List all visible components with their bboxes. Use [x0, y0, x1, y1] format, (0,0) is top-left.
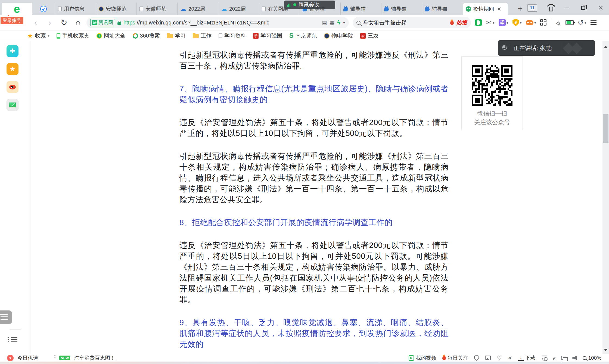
- reload-icon[interactable]: ↻: [58, 18, 70, 27]
- plugin-box-button[interactable]: [542, 356, 547, 360]
- translate-button[interactable]: 译▾: [499, 19, 508, 26]
- bookmark-item[interactable]: 学习资料: [219, 32, 246, 39]
- article-heading[interactable]: 7、隐瞒病情、瞒报行程信息(尤其是重点地区旅居史)、隐瞒与确诊病例或者疑似病例有…: [179, 83, 449, 105]
- favorites-star-app-icon[interactable]: ★: [7, 63, 18, 75]
- qr-share-icon[interactable]: ▦: [330, 20, 334, 26]
- search-query[interactable]: 乌女狙击手被击毙: [363, 19, 448, 26]
- ie-button[interactable]: e: [553, 355, 556, 361]
- chevron-down-icon[interactable]: ▾: [48, 34, 49, 38]
- promo-link[interactable]: 汽车消费百态图！: [74, 354, 115, 362]
- back-icon[interactable]: ‹: [29, 18, 42, 27]
- hot-search-label[interactable]: 热搜: [456, 19, 467, 26]
- minimize-button[interactable]: [562, 4, 571, 11]
- tab[interactable]: 安徽师范: [96, 3, 137, 15]
- status-item-label: 100%: [588, 355, 601, 361]
- url-text[interactable]: https://mp.weixin.qq.com/s?__biz=MzI3NjE…: [123, 20, 319, 26]
- speed-bolt-icon[interactable]: ϟ: [337, 19, 340, 26]
- article-paragraph: 违反《治安管理处罚法》第五十条，将处以警告或者200元以下罚款；情节严重的，将处…: [179, 117, 449, 139]
- bookmark-item[interactable]: ★收藏▾: [27, 32, 49, 39]
- battery-saver-icon[interactable]: [566, 20, 574, 25]
- restore-icon: [581, 6, 585, 10]
- tab-title: 辅导猫: [432, 5, 447, 13]
- tab[interactable]: 安徽师范: [137, 3, 178, 15]
- menu-icon[interactable]: [591, 20, 596, 25]
- bookmark-item[interactable]: 工作: [193, 32, 212, 39]
- reading-list-toggle-icon[interactable]: [8, 337, 17, 344]
- tab[interactable]: 辅导猫: [381, 3, 422, 15]
- tab-close-icon[interactable]: [496, 6, 502, 12]
- tab-title: 辅导猫: [350, 5, 366, 13]
- scroll-down-icon[interactable]: [604, 349, 608, 351]
- scroll-up-icon[interactable]: [604, 46, 608, 48]
- bookmark-item[interactable]: S南京师范: [289, 32, 317, 39]
- secure-lock-icon: [117, 21, 121, 25]
- chevron-down-icon[interactable]: ▾: [343, 20, 345, 25]
- game-button[interactable]: ▾: [526, 20, 536, 25]
- bookmark-item[interactable]: 学习: [167, 32, 186, 39]
- bookmark-item[interactable]: 360搜索: [133, 32, 160, 39]
- reader-mode-icon[interactable]: ▤: [322, 20, 327, 26]
- weibo-eye-icon: [9, 85, 16, 89]
- tab[interactable]: 用户信息: [55, 3, 96, 15]
- rebate-button[interactable]: ¥▾: [512, 19, 522, 26]
- tab[interactable]: ☁2022届: [218, 3, 259, 15]
- chevron-down-icon[interactable]: ▾: [493, 20, 495, 25]
- magnifier-button[interactable]: 100%: [583, 355, 601, 361]
- undo-button[interactable]: ↺▾: [578, 19, 586, 26]
- bookmark-item[interactable]: +网址大全: [97, 32, 126, 39]
- login-account-badge[interactable]: 登录账号: [1, 17, 23, 24]
- restore-button[interactable]: [579, 4, 588, 11]
- health-app-icon[interactable]: ✚: [7, 45, 18, 57]
- tab-count-badge[interactable]: 11: [527, 4, 537, 12]
- mail-app-icon[interactable]: [7, 99, 18, 111]
- bookmark-item[interactable]: 学学习强国: [253, 32, 282, 39]
- brightness-icon[interactable]: ☼: [555, 19, 561, 26]
- tab[interactable]: 辅导猫: [341, 3, 381, 15]
- close-button[interactable]: [596, 4, 605, 11]
- home-icon[interactable]: ⌂: [72, 18, 84, 27]
- forward-icon[interactable]: ›: [44, 18, 56, 27]
- screenshot-button[interactable]: ✂▾: [486, 19, 495, 26]
- split-window-button[interactable]: [561, 356, 566, 360]
- search-box[interactable]: 乌女狙击手被击毙 热搜: [353, 17, 471, 28]
- new-tab-button[interactable]: +: [515, 4, 525, 14]
- scrollbar-thumb[interactable]: [603, 114, 608, 143]
- chevron-down-icon[interactable]: ▾: [534, 20, 536, 25]
- weibo-app-icon[interactable]: [7, 81, 18, 93]
- speaker-button[interactable]: [572, 356, 577, 360]
- site-cert-chip[interactable]: 证 腾讯网: [90, 19, 115, 26]
- apps-grid-icon[interactable]: [540, 19, 547, 26]
- tencent-meeting-pill[interactable]: 腾讯会议: [284, 1, 335, 9]
- address-bar[interactable]: 证 腾讯网 https://mp.weixin.qq.com/s?__biz=M…: [86, 17, 349, 28]
- feed-settings-icon[interactable]: [0, 310, 12, 324]
- chevron-down-icon[interactable]: ▾: [507, 20, 508, 25]
- daily-flame-button[interactable]: 每日关注: [442, 354, 468, 362]
- double-chevron-down-icon[interactable]: ˇˇ: [54, 356, 55, 360]
- shield-button[interactable]: [474, 355, 479, 361]
- bookmark-item[interactable]: 手机收藏夹: [57, 32, 89, 39]
- page-scrollbar[interactable]: [602, 41, 609, 354]
- tab[interactable]: 辅导猫: [422, 3, 463, 15]
- play-icon: ▶: [409, 355, 414, 361]
- browser-logo-area[interactable]: e: [2, 3, 32, 15]
- tabs-row: 用户信息安徽师范安徽师范☁2022届☁2022届有关网络辅导猫辅导猫辅导猫辅导猫…: [32, 3, 513, 15]
- chevron-down-icon[interactable]: ▾: [520, 20, 522, 25]
- rocket-button[interactable]: ✈: [508, 355, 512, 360]
- heart-pulse-button[interactable]: ♡: [497, 355, 502, 361]
- bookmark-item[interactable]: 农三农: [360, 32, 378, 39]
- reading-list-icon[interactable]: [475, 19, 482, 26]
- download-button[interactable]: ↓下载: [518, 354, 536, 362]
- bookmark-item[interactable]: 物电学院: [324, 32, 353, 39]
- tab[interactable]: [32, 3, 55, 15]
- today-picks-label[interactable]: 今日优选: [17, 354, 38, 362]
- tab-active[interactable]: 疫情期间: [463, 3, 508, 15]
- photo-button[interactable]: [485, 356, 491, 360]
- tab[interactable]: ☁2022届: [178, 3, 218, 15]
- chevron-down-icon[interactable]: ▾: [585, 20, 586, 25]
- play-video-button[interactable]: ▶我的视频: [409, 354, 436, 362]
- heart-icon[interactable]: ♥: [7, 355, 14, 361]
- article-heading[interactable]: 8、拒绝配合疾控和公安部门开展的疫情流行病学调查工作的: [179, 217, 449, 228]
- article-heading[interactable]: 9、具有发热、干咳、乏力、嗅觉味觉减退、鼻塞、流涕、咽痛、结膜炎、肌痛和腹泻等症…: [179, 317, 449, 350]
- red-square-icon: 农: [360, 33, 366, 39]
- bookmark-label: 学习: [175, 32, 186, 39]
